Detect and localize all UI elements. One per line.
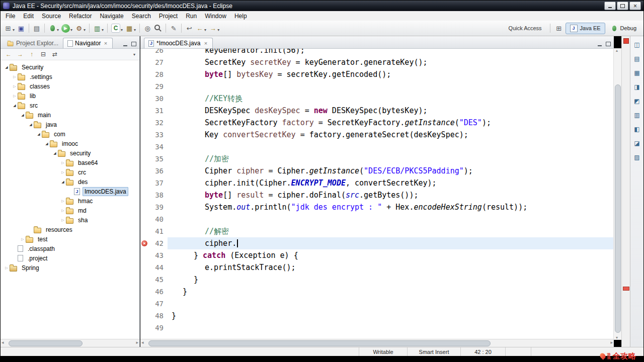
tree-item-src[interactable]: ◢src xyxy=(1,101,139,110)
code-text[interactable]: DESKeySpec desKeySpec = new DESKeySpec(b… xyxy=(168,105,614,117)
restore-minimized-views-icon[interactable]: ◫ xyxy=(632,40,641,49)
collapse-arrow-icon[interactable]: ◢ xyxy=(20,113,26,117)
dropdown-caret-icon[interactable]: ▾ xyxy=(84,28,86,32)
minimize-window-button[interactable] xyxy=(604,2,616,10)
tree-item-com[interactable]: ◢com xyxy=(1,129,139,139)
menu-item-project[interactable]: Project xyxy=(155,12,182,21)
debug-icon[interactable] xyxy=(47,23,57,33)
expand-arrow-icon[interactable]: ▷ xyxy=(12,84,18,88)
expand-arrow-icon[interactable]: ▷ xyxy=(20,237,26,241)
code-text[interactable]: byte[] result = cipher.doFinal(src.getBy… xyxy=(168,189,614,201)
tab-navigator[interactable]: Navigator xyxy=(63,38,113,48)
maximize-view-icon[interactable] xyxy=(131,41,136,46)
code-line-42[interactable]: ×42cipher. xyxy=(140,237,614,249)
new-java-class-icon[interactable]: C xyxy=(111,24,120,33)
tree-item-security[interactable]: ◢Security xyxy=(1,62,139,72)
collapse-arrow-icon[interactable]: ◢ xyxy=(44,142,50,146)
code-text[interactable] xyxy=(168,322,614,334)
line-number[interactable]: 47 xyxy=(148,298,168,310)
maximize-window-button[interactable] xyxy=(617,2,628,10)
menu-item-refactor[interactable]: Refactor xyxy=(65,12,96,21)
line-number[interactable]: 28 xyxy=(148,68,168,80)
minimized-view-2-icon[interactable]: ▦ xyxy=(632,68,641,77)
code-text[interactable]: SecretKey secretKey = keyGenerator.gener… xyxy=(168,56,614,68)
line-number[interactable]: 33 xyxy=(148,129,168,141)
line-number[interactable]: 30 xyxy=(148,93,168,105)
code-text[interactable]: } xyxy=(168,286,614,298)
menu-item-edit[interactable]: Edit xyxy=(19,12,38,21)
close-window-button[interactable] xyxy=(629,2,641,10)
forward-icon[interactable]: → xyxy=(208,23,218,33)
run-icon[interactable]: ▶ xyxy=(61,24,70,33)
menu-item-file[interactable]: File xyxy=(2,12,19,21)
code-text[interactable]: e.printStackTrace(); xyxy=(168,261,614,274)
maximize-view-icon[interactable] xyxy=(605,41,611,46)
line-number[interactable]: 35 xyxy=(148,153,168,165)
save-icon[interactable]: ▣ xyxy=(16,23,26,33)
dropdown-caret-icon[interactable]: ▾ xyxy=(70,28,72,32)
tree-item-spring[interactable]: ▷Spring xyxy=(1,263,139,273)
code-text[interactable]: cipher.init(Cipher.ENCRYPT_MODE, convert… xyxy=(168,177,614,189)
collapse-all-icon[interactable]: ⊟ xyxy=(39,50,47,58)
error-indicator-icon[interactable] xyxy=(623,38,629,44)
minimized-view-1-icon[interactable]: ▤ xyxy=(632,54,641,63)
line-number[interactable]: 38 xyxy=(148,189,168,201)
line-number[interactable]: 48 xyxy=(148,310,168,322)
tree-item-classpath[interactable]: .classpath xyxy=(1,244,139,253)
close-tab-icon[interactable] xyxy=(103,41,108,46)
external-tools-icon[interactable]: ⚙ xyxy=(74,23,84,33)
tree-item-imooc[interactable]: ◢imooc xyxy=(1,139,139,148)
collapse-arrow-icon[interactable]: ◢ xyxy=(4,65,10,69)
code-line-39[interactable]: 39System.out.println("jdk des encrypt : … xyxy=(140,201,614,213)
code-line-41[interactable]: 41//解密 xyxy=(140,225,614,237)
minimized-view-3-icon[interactable]: ◨ xyxy=(632,82,641,92)
line-number[interactable]: 34 xyxy=(148,141,168,153)
menu-item-run[interactable]: Run xyxy=(182,12,201,21)
code-line-33[interactable]: 33Key convertSecretKey = factory.generat… xyxy=(140,129,614,141)
collapse-arrow-icon[interactable]: ◢ xyxy=(28,123,34,127)
expand-arrow-icon[interactable]: ▷ xyxy=(60,209,66,213)
editor-vscrollbar[interactable] xyxy=(613,48,622,340)
collapse-arrow-icon[interactable]: ◢ xyxy=(12,104,18,108)
mark-occurrences-icon[interactable]: ✎ xyxy=(169,23,179,33)
code-text[interactable] xyxy=(168,213,614,225)
code-line-35[interactable]: 35//加密 xyxy=(140,153,614,165)
tree-item-security[interactable]: ◢security xyxy=(1,148,139,158)
code-editor[interactable]: 26keyGenerator.init(56);27SecretKey secr… xyxy=(140,49,614,339)
tree-item-lib[interactable]: ▷lib xyxy=(1,91,139,101)
perspective-java-ee-button[interactable]: Java EE xyxy=(566,23,605,34)
tree-item-java[interactable]: ◢java xyxy=(1,120,139,129)
minimized-view-7-icon[interactable]: ◪ xyxy=(632,139,641,148)
code-line-30[interactable]: 30//KEY转换 xyxy=(140,93,614,105)
code-line-44[interactable]: 44e.printStackTrace(); xyxy=(140,261,614,274)
dropdown-caret-icon[interactable]: ▾ xyxy=(57,28,59,32)
scrollbar-thumb[interactable] xyxy=(615,84,621,333)
code-text[interactable]: //解密 xyxy=(168,225,614,237)
dropdown-caret-icon[interactable]: ▾ xyxy=(204,28,206,32)
line-number[interactable]: 46 xyxy=(148,286,168,298)
line-number[interactable]: 41 xyxy=(148,225,168,237)
dropdown-caret-icon[interactable]: ▾ xyxy=(121,28,123,32)
tree-item-test[interactable]: ▷test xyxy=(1,234,139,244)
menu-item-search[interactable]: Search xyxy=(128,12,155,21)
code-line-40[interactable]: 40 xyxy=(140,213,614,225)
tree-item-settings[interactable]: ▷.settings xyxy=(1,72,139,81)
tree-item-base64[interactable]: ▷base64 xyxy=(1,158,139,167)
line-number[interactable]: 27 xyxy=(148,56,168,68)
dropdown-caret-icon[interactable]: ▾ xyxy=(217,28,219,32)
up-icon[interactable]: ↑ xyxy=(28,50,36,58)
code-line-32[interactable]: 32SecretKeyFactory factory = SecretKeyFa… xyxy=(140,117,614,129)
back-icon[interactable]: ← xyxy=(195,23,205,33)
code-line-28[interactable]: 28byte[] bytesKey = secretKey.getEncoded… xyxy=(140,68,614,80)
forward-icon[interactable]: → xyxy=(16,50,24,58)
code-text[interactable]: keyGenerator.init(56); xyxy=(168,49,614,56)
link-with-editor-icon[interactable]: ⇄ xyxy=(51,50,59,58)
line-number[interactable]: 29 xyxy=(148,80,168,93)
line-number[interactable]: 31 xyxy=(148,105,168,117)
tree-item-crc[interactable]: ▷crc xyxy=(1,167,139,177)
code-line-46[interactable]: 46} xyxy=(140,286,614,298)
dropdown-caret-icon[interactable]: ▾ xyxy=(13,28,15,32)
close-tab-icon[interactable] xyxy=(203,41,208,46)
code-text[interactable] xyxy=(168,80,614,93)
line-number[interactable]: 40 xyxy=(148,213,168,225)
